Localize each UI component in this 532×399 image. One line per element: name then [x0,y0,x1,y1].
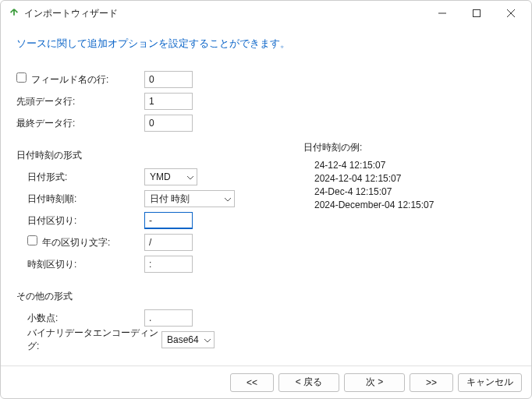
page-heading: ソースに関して追加オプションを設定することができます。 [1,26,531,57]
field-name-row-checkbox[interactable] [16,72,27,83]
date-sep-label: 日付区切り: [16,214,144,228]
back-button[interactable]: < 戻る [278,373,339,392]
close-button[interactable] [494,2,528,24]
examples-header: 日付時刻の例: [303,141,434,154]
four-digit-year-checkbox[interactable] [27,235,37,245]
field-name-row-label: フィールド名の行: [16,72,144,87]
window-title: インポートウィザード [24,7,118,20]
decimal-label: 小数点: [16,312,144,325]
app-icon [9,8,20,19]
last-button[interactable]: >> [410,373,453,392]
example-item: 2024-12-04 12:15:07 [303,172,434,185]
date-sep-input[interactable] [144,212,193,229]
field-name-row-input[interactable] [144,71,193,88]
cancel-button[interactable]: キャンセル [458,373,522,392]
encoding-select[interactable]: Base64 [161,331,215,348]
example-item: 24-Dec-4 12:15:07 [303,185,434,199]
year-sep-input[interactable] [144,234,193,251]
last-data-row-label: 最終データ行: [16,117,144,130]
four-digit-year-label: 年の区切り文字: [16,235,144,249]
titlebar: インポートウィザード [1,1,531,26]
decimal-input[interactable] [144,309,193,327]
svg-rect-1 [473,10,481,17]
first-data-row-input[interactable] [144,93,193,110]
time-sep-label: 時刻区切り: [16,258,144,271]
datetime-section-header: 日付時刻の形式 [16,149,516,162]
date-format-label: 日付形式: [16,171,144,184]
last-data-row-input[interactable] [144,115,193,132]
datetime-examples: 日付時刻の例: 24-12-4 12:15:07 2024-12-04 12:1… [303,141,434,212]
next-button[interactable]: 次 > [344,373,405,392]
chevron-down-icon [204,334,211,345]
chevron-down-icon [225,193,231,204]
wizard-footer: << < 戻る 次 > >> キャンセル [1,365,531,398]
first-data-row-label: 先頭データ行: [16,95,144,108]
example-item: 24-12-4 12:15:07 [303,159,434,172]
datetime-order-label: 日付時刻順: [16,192,144,206]
date-format-select[interactable]: YMD [144,168,197,185]
other-section-header: その他の形式 [16,290,516,303]
encoding-label: バイナリデータエンコーディング: [16,327,161,353]
minimize-button[interactable] [425,2,459,24]
time-sep-input[interactable] [144,256,193,273]
chevron-down-icon [187,171,193,182]
maximize-button[interactable] [459,2,494,24]
datetime-order-select[interactable]: 日付 時刻 [144,190,235,207]
example-item: 2024-December-04 12:15:07 [303,199,434,212]
first-button[interactable]: << [230,373,274,392]
